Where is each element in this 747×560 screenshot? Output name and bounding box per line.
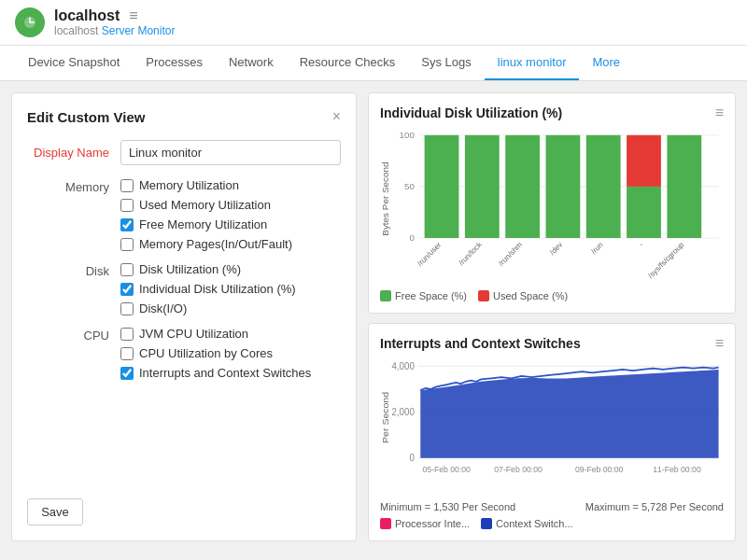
svg-rect-15: [667, 135, 701, 238]
cpu-section-row: CPU JVM CPU Utilization CPU Utilization …: [27, 327, 341, 380]
memory-section-row: Memory Memory Utilization Used Memory Ut…: [27, 178, 341, 251]
disk-io-row[interactable]: Disk(I/O): [120, 301, 296, 315]
disk-chart-menu-icon[interactable]: ≡: [715, 105, 724, 121]
nav-tabs: Device Snapshot Processes Network Resour…: [0, 46, 747, 81]
memory-pages-row[interactable]: Memory Pages(In/Out/Fault): [120, 237, 292, 251]
server-monitor-link[interactable]: Server Monitor: [102, 24, 176, 37]
svg-rect-13: [627, 187, 661, 238]
jvm-cpu-row[interactable]: JVM CPU Utilization: [120, 327, 311, 341]
tab-processes[interactable]: Processes: [133, 46, 216, 80]
svg-text:0: 0: [409, 232, 415, 243]
main-content: Edit Custom View × Display Name Memory M…: [0, 81, 747, 553]
memory-utilization-row[interactable]: Memory Utilization: [120, 178, 292, 192]
free-memory-checkbox[interactable]: [120, 218, 134, 231]
svg-text:07-Feb 00:00: 07-Feb 00:00: [494, 464, 542, 473]
memory-section: Memory Memory Utilization Used Memory Ut…: [27, 178, 341, 255]
tab-linux-monitor[interactable]: linux monitor: [485, 46, 580, 80]
legend-free-space: Free Space (%): [380, 290, 467, 301]
free-space-legend-label: Free Space (%): [395, 290, 467, 301]
tab-sys-logs[interactable]: Sys Logs: [408, 46, 484, 80]
line-chart-min-label: Minimum = 1,530 Per Second: [380, 501, 515, 512]
display-name-row: Display Name: [27, 140, 341, 165]
legend-processor: Processor Inte...: [380, 518, 470, 529]
disk-bar-chart-svg: 100 50 0 Bytes Per Second: [380, 127, 724, 287]
svg-text:Bytes Per Second: Bytes Per Second: [380, 161, 390, 235]
tab-device-snapshot[interactable]: Device Snapshot: [15, 46, 133, 80]
disk-util-checkbox[interactable]: [120, 263, 134, 276]
context-switch-legend-label: Context Switch...: [496, 518, 573, 529]
disk-chart-header: Individual Disk Utilization (%) ≡: [380, 105, 724, 121]
individual-disk-label: Individual Disk Utilization (%): [139, 282, 296, 296]
free-memory-row[interactable]: Free Memory Utilization: [120, 217, 292, 231]
close-button[interactable]: ×: [332, 108, 341, 125]
disk-section: Disk Disk Utilization (%) Individual Dis…: [27, 262, 341, 319]
tab-resource-checks[interactable]: Resource Checks: [287, 46, 409, 80]
line-chart-menu-icon[interactable]: ≡: [715, 335, 724, 352]
svg-rect-10: [505, 135, 540, 238]
used-memory-checkbox[interactable]: [120, 199, 134, 212]
context-switch-dot: [481, 518, 492, 529]
interrupts-checkbox[interactable]: [120, 367, 134, 380]
individual-disk-row[interactable]: Individual Disk Utilization (%): [120, 282, 296, 296]
interrupts-row[interactable]: Interrupts and Context Switches: [120, 366, 311, 380]
used-space-legend-label: Used Space (%): [493, 290, 568, 301]
jvm-cpu-label: JVM CPU Utilization: [139, 327, 248, 341]
svg-text:/run/shm: /run/shm: [497, 241, 524, 268]
svg-text:09-Feb 00:00: 09-Feb 00:00: [575, 464, 623, 473]
edit-custom-view-panel: Edit Custom View × Display Name Memory M…: [11, 92, 357, 541]
hostname-label: localhost: [54, 7, 120, 24]
processor-dot: [380, 518, 391, 529]
interrupts-label: Interrupts and Context Switches: [139, 366, 311, 380]
tab-more[interactable]: More: [579, 46, 633, 80]
svg-text:0: 0: [409, 453, 415, 463]
header: localhost ≡ localhost Server Monitor: [0, 0, 747, 46]
app-logo: [15, 7, 45, 37]
disk-util-row[interactable]: Disk Utilization (%): [120, 262, 296, 276]
svg-text:-: -: [638, 241, 645, 249]
panel-title: Edit Custom View: [27, 109, 145, 125]
disk-io-checkbox[interactable]: [120, 302, 134, 315]
cpu-cores-row[interactable]: CPU Utilization by Cores: [120, 346, 311, 360]
svg-rect-14: [627, 135, 661, 187]
cpu-items: JVM CPU Utilization CPU Utilization by C…: [120, 327, 311, 380]
individual-disk-checkbox[interactable]: [120, 283, 134, 296]
memory-pages-checkbox[interactable]: [120, 238, 134, 251]
disk-chart-card: Individual Disk Utilization (%) ≡ 100 50…: [368, 92, 736, 314]
svg-text:Per Second: Per Second: [380, 392, 390, 443]
used-space-dot: [478, 290, 489, 301]
processor-legend-label: Processor Inte...: [395, 518, 470, 529]
disk-chart-title: Individual Disk Utilization (%): [380, 105, 562, 120]
header-info: localhost ≡ localhost Server Monitor: [54, 7, 732, 37]
legend-used-space: Used Space (%): [478, 290, 568, 301]
svg-text:100: 100: [400, 130, 416, 140]
memory-label: Memory: [27, 178, 120, 194]
svg-text:11-Feb 00:00: 11-Feb 00:00: [653, 464, 700, 473]
svg-text:/run: /run: [589, 240, 605, 256]
svg-text:/sys/fs/cgroup: /sys/fs/cgroup: [646, 240, 685, 280]
cpu-label: CPU: [27, 327, 120, 343]
hamburger-icon[interactable]: ≡: [129, 7, 137, 24]
svg-text:05-Feb 00:00: 05-Feb 00:00: [422, 464, 470, 473]
disk-util-label: Disk Utilization (%): [139, 262, 241, 276]
save-button[interactable]: Save: [27, 498, 83, 525]
display-name-input[interactable]: [120, 140, 341, 165]
free-space-dot: [380, 290, 391, 301]
cpu-cores-checkbox[interactable]: [120, 347, 134, 360]
header-subtitle: localhost Server Monitor: [54, 24, 732, 37]
svg-rect-11: [546, 135, 581, 238]
cpu-section: CPU JVM CPU Utilization CPU Utilization …: [27, 327, 341, 384]
svg-text:2,000: 2,000: [391, 406, 415, 416]
svg-rect-12: [586, 135, 621, 238]
tab-network[interactable]: Network: [216, 46, 287, 80]
svg-text:/run/user: /run/user: [416, 240, 443, 268]
line-chart-legend: Processor Inte... Context Switch...: [380, 518, 724, 529]
line-chart-card: Interrupts and Context Switches ≡ 4,000 …: [368, 323, 736, 541]
used-memory-label: Used Memory Utilization: [139, 198, 271, 212]
memory-utilization-checkbox[interactable]: [120, 179, 134, 192]
jvm-cpu-checkbox[interactable]: [120, 328, 134, 341]
line-chart-title: Interrupts and Context Switches: [380, 336, 581, 351]
disk-items: Disk Utilization (%) Individual Disk Uti…: [120, 262, 296, 315]
used-memory-row[interactable]: Used Memory Utilization: [120, 198, 292, 212]
line-chart-max-label: Maximum = 5,728 Per Second: [585, 501, 724, 512]
line-chart-svg: 4,000 2,000 0 Per Second 05-Feb 00:00 07…: [380, 357, 724, 499]
